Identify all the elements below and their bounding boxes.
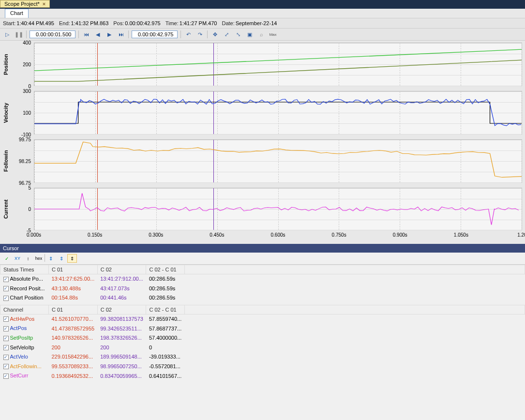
start-label: Start: [3,20,15,26]
cursor-tool-button[interactable]: ↕ [23,254,33,263]
time-label: Time: [165,20,179,26]
redo-button[interactable]: ↷ [195,30,204,39]
table-row[interactable]: ✓SetCurr0.19368492532...0.83470059965...… [0,371,525,381]
column-header[interactable]: C 02 - C 01 [146,305,185,314]
plot-area[interactable] [34,188,522,230]
column-header[interactable]: C 01 [49,265,98,274]
start-value: 1:40:44 PM.495 [16,20,54,26]
table-row[interactable]: ✓ActFollowin...99.5537089233...98.996500… [0,361,525,371]
date-label: Date: [222,20,234,26]
checkbox[interactable]: ✓ [3,296,9,301]
plot-area[interactable] [34,139,522,183]
checkbox[interactable]: ✓ [3,355,9,360]
status-times-table: Status TimesC 01C 02C 02 - C 01 ✓Absolut… [0,265,525,303]
table-row[interactable]: ✓Record Posit...43:130.488s43:417.073s00… [0,284,525,293]
end-value: 1:41:32 PM.863 [71,20,109,26]
skip-start-button[interactable]: ⏮ [82,30,90,39]
file-tab-scope-project[interactable]: Scope Project* × [0,0,50,8]
play-button[interactable]: ▷ [3,30,12,39]
column-header[interactable]: C 02 - C 01 [146,265,185,274]
table-row[interactable]: ✓ActVelo229.015842296...189.996509148...… [0,352,525,362]
channel-table: ChannelC 01C 02C 02 - C 01 ✓ActHwPos41.5… [0,305,525,381]
checkbox[interactable]: ✓ [3,326,9,331]
file-tab-label: Scope Project* [4,1,40,7]
cursor-a-button[interactable]: ⇕ [46,254,56,263]
step-back-button[interactable]: ◀ [93,30,102,39]
skip-end-button[interactable]: ⏭ [117,30,125,39]
plot-area[interactable] [34,91,522,135]
x-axis: 0.000s0.150s0.300s0.450s0.600s0.750s0.90… [34,230,522,241]
file-tab-bar: Scope Project* × [0,0,525,9]
zoom-x-button[interactable]: ⤢ [222,30,231,39]
table-row[interactable]: ✓Chart Position00:154.88s00:441.46s00:28… [0,293,525,303]
zoom-area-button[interactable]: ▣ [245,30,254,39]
check-icon[interactable]: ✓ [2,254,12,263]
checkbox[interactable]: ✓ [3,286,9,291]
playback-toolbar: ▷ ❚❚ 0.00:00:01.500 ⏮ ◀ ▶ ⏭ 0.00:00:42.9… [0,29,525,41]
pan-tool-button[interactable]: ✥ [210,30,219,39]
y-axis-label: Velocity [0,91,12,135]
max-button[interactable]: Max [269,30,277,39]
undo-button[interactable]: ↶ [184,30,193,39]
sub-tab-bar: Chart [0,9,525,18]
pause-button[interactable]: ❚❚ [15,30,23,39]
zoom-y-button[interactable]: ⤡ [234,30,242,39]
column-header[interactable]: Channel [0,305,49,314]
hex-button[interactable]: hex [34,254,44,263]
cursor-b-button[interactable]: ⇕ [57,254,66,263]
column-header[interactable]: C 01 [49,305,98,314]
column-header[interactable]: C 02 [97,305,146,314]
checkbox[interactable]: ✓ [3,364,9,369]
xy-button[interactable]: XY [13,254,22,263]
checkbox[interactable]: ✓ [3,277,9,282]
time-input-1[interactable]: 0.00:00:01.500 [30,30,75,38]
time-value: 1:41:27 PM.470 [180,20,217,26]
checkbox[interactable]: ✓ [3,316,9,322]
column-header[interactable]: C 02 [97,265,146,274]
table-row[interactable]: ✓ActHwPos41.5261070770...99.382081137573… [0,314,525,324]
chart-area: Position4002000Velocity300100-100Followi… [0,41,525,244]
y-axis-label: Current [0,188,12,230]
end-label: End: [59,20,70,26]
y-axis: 4002000 [12,43,34,86]
pos-label: Pos: [113,20,124,26]
cursor-ab-button[interactable]: ⇕ [67,254,77,263]
plot-area[interactable] [34,43,522,86]
time-input-2[interactable]: 0.00:00:42.975 [132,30,178,38]
checkbox[interactable]: ✓ [3,336,9,341]
cursor-toolbar: ✓ XY ↕ hex ⇕ ⇕ ⇕ [0,253,525,265]
tab-chart[interactable]: Chart [5,9,29,18]
column-header[interactable]: Status Times [0,265,49,274]
table-row[interactable]: ✓SetPosItp140.978326526...198.378326526.… [0,333,525,343]
y-axis-label: Position [0,43,12,86]
y-axis: 99.7598.2596.75 [12,139,34,183]
reset-zoom-button[interactable]: ⌕ [257,30,266,39]
step-fwd-button[interactable]: ▶ [105,30,114,39]
y-axis: 50-5 [12,188,34,230]
checkbox[interactable]: ✓ [3,345,9,350]
y-axis-label: Followin [0,139,12,183]
close-icon[interactable]: × [43,1,45,7]
cursor-panel-header: Cursor [0,244,525,253]
table-row[interactable]: ✓Absolute Po...13:41:27:625.00...13:41:2… [0,274,525,284]
pos-value: 0.00:00:42.975 [125,20,160,26]
checkbox[interactable]: ✓ [3,374,9,379]
table-row[interactable]: ✓SetVeloItp2002000 [0,343,525,352]
y-axis: 300100-100 [12,91,34,135]
date-value: September-22-14 [236,20,277,26]
table-row[interactable]: ✓ActPos41.47387857295599.3426523511...57… [0,324,525,333]
info-bar: Start: 1:40:44 PM.495 End: 1:41:32 PM.86… [0,18,525,29]
